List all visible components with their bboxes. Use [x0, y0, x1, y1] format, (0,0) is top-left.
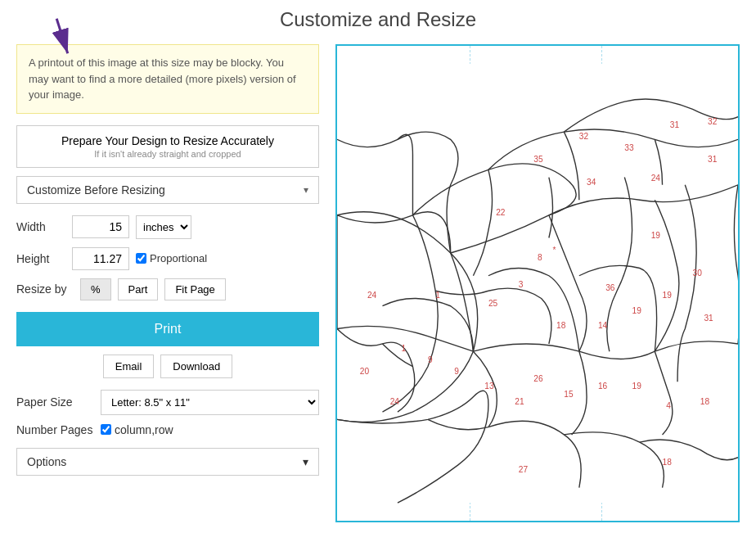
svg-text:19: 19	[663, 291, 673, 300]
svg-text:18: 18	[663, 458, 673, 467]
page-wrapper: Customize and Resize A print	[0, 0, 756, 533]
svg-text:15: 15	[564, 390, 574, 399]
number-pages-label: Number Pages	[16, 423, 94, 436]
proportional-label[interactable]: Proportional	[136, 252, 207, 264]
svg-text:24: 24	[367, 291, 377, 300]
paper-size-row: Paper Size Letter: 8.5" x 11" A4 Legal	[16, 390, 319, 415]
width-row: Width inches cm mm	[16, 215, 319, 239]
svg-text:9: 9	[428, 355, 433, 364]
svg-text:*: *	[552, 246, 556, 255]
prepare-button[interactable]: Prepare Your Design to Resize Accurately…	[16, 125, 319, 168]
svg-text:18: 18	[556, 321, 566, 330]
width-input[interactable]	[72, 215, 129, 238]
height-row: Height Proportional	[16, 247, 319, 270]
svg-text:31: 31	[670, 120, 680, 129]
prepare-sub-label: If it isn't already straight and cropped	[29, 149, 307, 159]
main-layout: A printout of this image at this size ma…	[16, 44, 740, 522]
height-label: Height	[16, 252, 65, 265]
image-canvas: 32 33 31 31 32 35 34 24 22 25 3 8 36 18	[337, 46, 738, 521]
resize-fitpage-button[interactable]: Fit Page	[164, 278, 225, 300]
svg-text:33: 33	[624, 143, 634, 152]
svg-text:3: 3	[519, 280, 524, 289]
unit-select[interactable]: inches cm mm	[136, 215, 191, 239]
paper-size-label: Paper Size	[16, 395, 94, 409]
svg-text:32: 32	[579, 132, 589, 141]
svg-text:20: 20	[360, 367, 370, 376]
svg-text:35: 35	[533, 155, 543, 164]
svg-text:1: 1	[435, 291, 440, 300]
number-pages-value: column,row	[115, 423, 173, 436]
svg-text:19: 19	[632, 306, 642, 315]
options-label: Options	[27, 455, 66, 468]
proportional-checkbox[interactable]	[136, 253, 146, 264]
svg-text:30: 30	[693, 269, 703, 278]
svg-text:19: 19	[651, 231, 661, 240]
svg-text:31: 31	[704, 314, 713, 323]
svg-text:14: 14	[598, 321, 608, 330]
svg-text:4: 4	[666, 401, 671, 410]
height-input[interactable]	[72, 247, 129, 270]
svg-text:21: 21	[515, 397, 524, 406]
chevron-down-icon: ▾	[304, 184, 308, 196]
svg-text:22: 22	[496, 208, 506, 217]
svg-text:19: 19	[632, 382, 642, 391]
resize-by-row: Resize by % Part Fit Page	[16, 278, 319, 300]
svg-text:13: 13	[484, 382, 494, 391]
customize-label: Customize Before Resizing	[27, 183, 165, 196]
number-pages-checkbox[interactable]	[101, 424, 111, 435]
svg-text:24: 24	[651, 174, 661, 183]
svg-text:34: 34	[587, 178, 596, 187]
print-button[interactable]: Print	[16, 312, 319, 346]
email-button[interactable]: Email	[103, 355, 155, 378]
page-title: Customize and Resize	[16, 8, 740, 31]
warning-box: A printout of this image at this size ma…	[16, 44, 319, 114]
options-chevron-icon: ▾	[303, 455, 308, 468]
options-dropdown[interactable]: Options ▾	[16, 448, 319, 476]
svg-line-1	[44, 19, 80, 53]
svg-text:24: 24	[390, 397, 400, 406]
download-button[interactable]: Download	[160, 355, 232, 378]
left-panel: A printout of this image at this size ma…	[16, 44, 319, 476]
resize-by-label: Resize by	[16, 282, 74, 296]
svg-text:32: 32	[708, 117, 718, 126]
svg-text:9: 9	[454, 367, 459, 376]
resize-percent-button[interactable]: %	[80, 278, 111, 300]
svg-text:16: 16	[598, 382, 608, 391]
svg-text:18: 18	[700, 397, 710, 406]
paper-size-select[interactable]: Letter: 8.5" x 11" A4 Legal	[101, 390, 319, 415]
svg-text:25: 25	[488, 299, 498, 308]
svg-text:8: 8	[538, 253, 542, 262]
svg-text:31: 31	[708, 155, 718, 164]
resize-part-button[interactable]: Part	[118, 278, 159, 300]
number-pages-row: Number Pages column,row	[16, 423, 319, 436]
pattern-svg: 32 33 31 31 32 35 34 24 22 25 3 8 36 18	[337, 46, 738, 521]
svg-text:26: 26	[533, 374, 543, 383]
svg-text:1: 1	[402, 344, 407, 353]
prepare-main-label: Prepare Your Design to Resize Accurately	[61, 134, 274, 147]
number-pages-label-check[interactable]: column,row	[101, 423, 173, 436]
width-label: Width	[16, 220, 65, 233]
svg-text:36: 36	[605, 283, 615, 292]
svg-text:27: 27	[519, 465, 529, 474]
right-panel: 32 33 31 31 32 35 34 24 22 25 3 8 36 18	[335, 44, 740, 522]
customize-dropdown[interactable]: Customize Before Resizing ▾	[16, 176, 319, 204]
action-row: Email Download	[16, 355, 319, 378]
